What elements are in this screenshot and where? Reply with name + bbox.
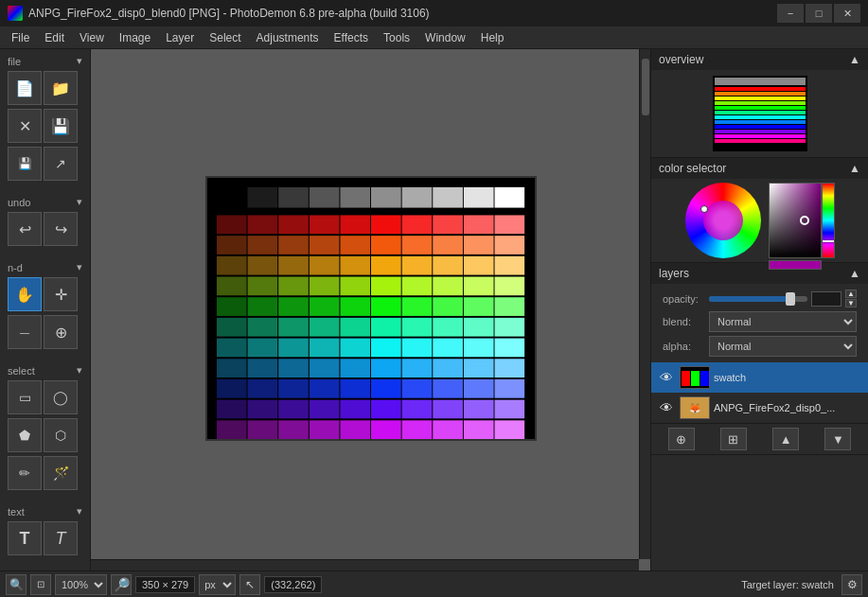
image-size: 350 × 279	[135, 576, 195, 593]
vertical-scroll-thumb[interactable]	[642, 59, 649, 115]
select-section: select ▾ ▭ ◯ ⬟ ⬡ ✏ 🪄	[0, 359, 90, 496]
close-button[interactable]: ✕	[834, 4, 860, 23]
menu-item-layer[interactable]: Layer	[158, 27, 202, 48]
text-section-toggle[interactable]: ▾	[77, 505, 82, 518]
alpha-select[interactable]: Normal Multiply Screen	[709, 336, 857, 357]
overview-header[interactable]: overview ▲	[651, 49, 868, 70]
paint-section: paint ▾ 🖊	[0, 565, 90, 571]
color-selector-collapse-icon[interactable]: ▲	[849, 162, 860, 175]
opacity-down[interactable]: ▼	[845, 299, 857, 307]
text-tool[interactable]: T	[8, 521, 42, 555]
zoom-fit-button[interactable]: ⊡	[30, 574, 51, 595]
menu-item-select[interactable]: Select	[202, 27, 248, 48]
color-wheel-container[interactable]	[685, 183, 761, 258]
magic-wand-tool[interactable]: ⬡	[44, 418, 78, 452]
rect-select-tool[interactable]: ▭	[8, 380, 42, 414]
maximize-button[interactable]: □	[806, 4, 832, 23]
menu-item-image[interactable]: Image	[112, 27, 158, 48]
save-button[interactable]: 💾	[44, 109, 78, 143]
merge-down-button[interactable]: ⊕	[668, 428, 695, 450]
color-picker-container[interactable]	[769, 183, 835, 258]
color-wheel-selector[interactable]	[700, 205, 708, 213]
opacity-spinners: ▲ ▼	[845, 290, 857, 307]
titlebar: ANPG_FireFox2_disp0_blend0 [PNG] - Photo…	[0, 0, 868, 26]
move-tool[interactable]: ✛	[44, 277, 78, 311]
undo-section: undo ▾ ↩ ↪	[0, 190, 90, 252]
zoom-select[interactable]: 25% 50% 75% 100% 150% 200%	[55, 574, 107, 595]
left-toolbar: file ▾ 📄 📁 ✕ 💾 💾 ↗ undo ▾	[0, 49, 91, 571]
nd-section: n-d ▾ ✋ ✛ — ⊕	[0, 255, 90, 355]
layer-visibility-firefox[interactable]: 👁	[657, 398, 676, 417]
alpha-row: alpha: Normal Multiply Screen	[657, 334, 862, 359]
pan-tool[interactable]: ✋	[8, 277, 42, 311]
open-button[interactable]: 📁	[44, 71, 78, 105]
opacity-value-input[interactable]: 100	[811, 291, 841, 307]
menu-item-tools[interactable]: Tools	[376, 27, 417, 48]
menu-item-window[interactable]: Window	[417, 27, 473, 48]
color-picker-cursor	[800, 216, 809, 225]
layers-section: layers ▲ opacity: 100 ▲ ▼	[651, 263, 868, 455]
opacity-row: opacity: 100 ▲ ▼	[657, 288, 862, 309]
menu-item-edit[interactable]: Edit	[37, 27, 72, 48]
layer-item-firefox[interactable]: 👁 🦊 ANPG_FireFox2_disp0_...	[651, 393, 868, 423]
coord-display: (332,262)	[264, 576, 322, 593]
save-copy-button[interactable]: 💾	[8, 147, 42, 181]
opacity-thumb[interactable]	[786, 292, 795, 306]
layers-header[interactable]: layers ▲	[651, 263, 868, 284]
undo-section-toggle[interactable]: ▾	[77, 196, 82, 208]
vertical-scrollbar[interactable]	[639, 49, 650, 559]
export-button[interactable]: ↗	[44, 147, 78, 181]
overview-collapse-icon[interactable]: ▲	[849, 53, 860, 66]
redo-button[interactable]: ↪	[44, 212, 78, 246]
ellipse-select-tool[interactable]: ◯	[44, 380, 78, 414]
menu-item-file[interactable]: File	[4, 27, 37, 48]
menu-item-effects[interactable]: Effects	[327, 27, 376, 48]
menu-item-view[interactable]: View	[72, 27, 112, 48]
italic-text-tool[interactable]: T	[44, 521, 78, 555]
nd-section-toggle[interactable]: ▾	[77, 261, 82, 273]
new-button[interactable]: 📄	[8, 71, 42, 105]
heal-tool[interactable]: 🪄	[44, 456, 78, 490]
layer-visibility-swatch[interactable]: 👁	[657, 368, 676, 387]
alpha-label: alpha:	[663, 341, 705, 352]
horizontal-scrollbar[interactable]	[91, 559, 639, 571]
bottom-toolbar: 🔍 ⊡ 25% 50% 75% 100% 150% 200% 🔎 350 × 2…	[0, 571, 868, 597]
text-section: text ▾ T T	[0, 500, 90, 561]
merge-visible-button[interactable]: ⊞	[720, 428, 747, 450]
select-section-toggle[interactable]: ▾	[77, 364, 82, 377]
opacity-up[interactable]: ▲	[845, 290, 857, 298]
color-selector-section: color selector ▲	[651, 158, 868, 263]
minimize-button[interactable]: −	[777, 4, 804, 23]
undo-button[interactable]: ↩	[8, 212, 42, 246]
menu-item-adjustments[interactable]: Adjustments	[249, 27, 327, 48]
nd-tool4[interactable]: ⊕	[44, 315, 78, 349]
layers-collapse-icon[interactable]: ▲	[849, 267, 860, 280]
file-section-toggle[interactable]: ▾	[77, 55, 82, 67]
opacity-label: opacity:	[663, 293, 705, 305]
color-picker-hue-bar[interactable]	[822, 183, 835, 258]
settings-button[interactable]: ⚙	[841, 574, 862, 595]
color-picker-gradient[interactable]	[769, 183, 822, 258]
pencil-tool[interactable]: ✏	[8, 456, 42, 490]
canvas-image[interactable]	[205, 176, 537, 441]
layer-thumb-swatch	[680, 366, 710, 389]
nd-tool3[interactable]: —	[8, 315, 42, 349]
blend-select[interactable]: Normal Multiply Screen Overlay	[709, 311, 857, 332]
layer-name-swatch: swatch	[714, 372, 862, 383]
lasso-tool[interactable]: ⬟	[8, 418, 42, 452]
layer-item-swatch[interactable]: 👁 swatch	[651, 362, 868, 393]
close-button-tool[interactable]: ✕	[8, 109, 42, 143]
move-layer-down-button[interactable]: ▼	[824, 428, 851, 450]
color-selector-header[interactable]: color selector ▲	[651, 158, 868, 179]
hue-indicator	[823, 240, 834, 242]
menu-item-help[interactable]: Help	[473, 27, 512, 48]
layer-actions: ⊕ ⊞ ▲ ▼	[651, 423, 868, 454]
move-layer-up-button[interactable]: ▲	[772, 428, 799, 450]
unit-select[interactable]: px % cm	[199, 574, 236, 595]
zoom-out-button[interactable]: 🔍	[6, 574, 27, 595]
select-section-label: select	[8, 365, 35, 377]
canvas-area[interactable]	[91, 49, 650, 571]
zoom-in-button[interactable]: 🔎	[111, 574, 132, 595]
blend-row: blend: Normal Multiply Screen Overlay	[657, 309, 862, 334]
opacity-slider[interactable]	[709, 296, 807, 302]
